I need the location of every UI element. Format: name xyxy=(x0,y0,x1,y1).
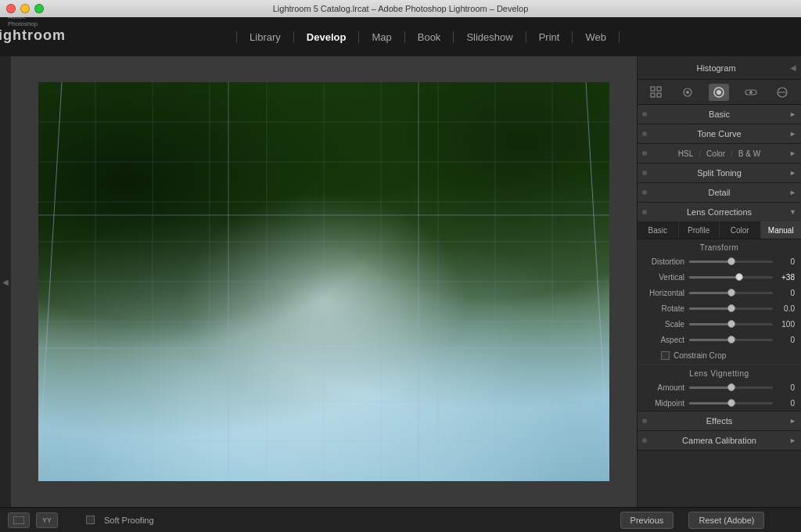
close-button[interactable] xyxy=(6,4,16,13)
grid-tool-icon[interactable] xyxy=(646,84,666,101)
vignette-amount-value: 0 xyxy=(773,383,795,392)
tone-curve-section: Tone Curve ► xyxy=(638,124,801,144)
nav-slideshow[interactable]: Slideshow xyxy=(454,31,526,43)
hsl-tab[interactable]: HSL xyxy=(676,148,695,160)
vignette-midpoint-slider[interactable] xyxy=(689,402,773,404)
zoom-button[interactable]: YY xyxy=(36,512,58,528)
heal-tool-icon[interactable] xyxy=(709,84,729,101)
aspect-thumb[interactable] xyxy=(727,336,735,343)
vignette-amount-label: Amount xyxy=(644,383,689,392)
nav-book[interactable]: Book xyxy=(405,31,454,43)
vignette-midpoint-thumb[interactable] xyxy=(727,399,735,407)
constrain-crop-checkbox[interactable] xyxy=(661,351,670,360)
nav-links: Library Develop Map Book Slideshow Print… xyxy=(55,31,801,43)
nav-map[interactable]: Map xyxy=(359,31,404,43)
distortion-fill xyxy=(689,261,731,263)
distortion-thumb[interactable] xyxy=(727,257,735,265)
histogram-arrow[interactable]: ◀ xyxy=(790,63,796,72)
scale-thumb[interactable] xyxy=(727,320,735,328)
vertical-value: +38 xyxy=(773,273,795,282)
detail-header[interactable]: Detail ► xyxy=(638,183,801,202)
rotate-thumb[interactable] xyxy=(727,304,735,312)
hsl-dot xyxy=(642,151,647,156)
image-area[interactable] xyxy=(11,56,637,507)
nav-develop[interactable]: Develop xyxy=(294,31,360,43)
detail-dot xyxy=(642,190,647,195)
nav-library[interactable]: Library xyxy=(236,31,294,43)
detail-section: Detail ► xyxy=(638,183,801,203)
basic-toggle-dot xyxy=(642,112,647,117)
lens-correction-tabs: Basic Profile Color Manual xyxy=(638,221,801,239)
lens-corrections-section: Lens Corrections ▼ Basic Profile Color M… xyxy=(638,203,801,412)
lens-corrections-header[interactable]: Lens Corrections ▼ xyxy=(638,203,801,221)
basic-header[interactable]: Basic ► xyxy=(638,105,801,124)
effects-header[interactable]: Effects ► xyxy=(638,412,801,430)
lens-tab-color[interactable]: Color xyxy=(720,221,761,239)
split-toning-header[interactable]: Split Toning ► xyxy=(638,164,801,182)
horizontal-slider[interactable] xyxy=(689,292,773,294)
title-bar: Lightroom 5 Catalog.lrcat – Adobe Photos… xyxy=(0,0,801,17)
tone-curve-dot xyxy=(642,131,647,136)
split-toning-section: Split Toning ► xyxy=(638,164,801,183)
graduated-filter-icon[interactable] xyxy=(772,84,792,101)
bottom-left-controls: YY Soft Proofing xyxy=(0,512,610,528)
lens-tab-profile[interactable]: Profile xyxy=(679,221,720,239)
vignette-amount-slider[interactable] xyxy=(689,386,773,389)
reset-button[interactable]: Reset (Adobe) xyxy=(688,512,764,529)
horizontal-row: Horizontal 0 xyxy=(638,285,801,300)
aspect-fill xyxy=(689,339,731,341)
aspect-label: Aspect xyxy=(644,336,689,344)
photo-display xyxy=(38,82,609,481)
rotate-fill xyxy=(689,307,731,310)
vignette-amount-row: Amount 0 xyxy=(638,379,801,395)
vertical-slider[interactable] xyxy=(689,276,773,279)
nav-web[interactable]: Web xyxy=(573,31,620,43)
image-container xyxy=(38,82,609,481)
view-mode-button[interactable] xyxy=(8,512,30,528)
aspect-slider[interactable] xyxy=(689,339,773,341)
lens-vignetting-label: Lens Vignetting xyxy=(638,365,801,379)
tool-icons-row xyxy=(638,80,801,105)
distortion-value: 0 xyxy=(773,257,795,266)
bw-tab[interactable]: B & W xyxy=(736,148,763,160)
right-panel: Histogram ◀ xyxy=(637,56,801,507)
minimize-button[interactable] xyxy=(20,4,30,13)
hsl-arrow: ► xyxy=(789,149,796,157)
hsl-tabs-row: HSL / Color / B & W xyxy=(644,146,795,161)
scale-fill xyxy=(689,323,731,325)
distortion-slider[interactable] xyxy=(689,261,773,263)
horizontal-thumb[interactable] xyxy=(727,289,735,297)
top-navigation: Adobe Photoshop Lightroom 5 Library Deve… xyxy=(0,17,801,56)
lens-tab-basic[interactable]: Basic xyxy=(638,221,679,239)
vignette-amount-thumb[interactable] xyxy=(727,383,735,391)
transform-label: Transform xyxy=(638,239,801,253)
hsl-header[interactable]: HSL / Color / B & W ► xyxy=(638,144,801,163)
scale-slider[interactable] xyxy=(689,323,773,325)
basic-arrow: ► xyxy=(789,110,796,118)
tone-curve-header[interactable]: Tone Curve ► xyxy=(638,124,801,143)
vignette-midpoint-value: 0 xyxy=(773,399,795,408)
vignette-midpoint-row: Midpoint 0 xyxy=(638,395,801,411)
color-tab[interactable]: Color xyxy=(704,148,727,160)
window-controls[interactable] xyxy=(6,4,44,13)
rotate-slider[interactable] xyxy=(689,307,773,310)
lens-corrections-dot xyxy=(642,210,647,214)
crop-tool-icon[interactable] xyxy=(677,84,698,101)
nav-print[interactable]: Print xyxy=(526,31,573,43)
soft-proofing-checkbox[interactable] xyxy=(86,516,95,524)
detail-arrow: ► xyxy=(789,189,796,196)
effects-title: Effects xyxy=(644,416,795,426)
left-panel-toggle[interactable]: ◀ xyxy=(0,56,11,507)
effects-dot xyxy=(642,419,647,423)
vertical-thumb[interactable] xyxy=(735,273,743,281)
tone-curve-title: Tone Curve xyxy=(644,129,795,138)
split-toning-dot xyxy=(642,171,647,175)
maximize-button[interactable] xyxy=(34,4,44,13)
vertical-row: Vertical +38 xyxy=(638,269,801,285)
previous-button[interactable]: Previous xyxy=(620,512,674,529)
basic-section: Basic ► xyxy=(638,105,801,124)
vertical-label: Vertical xyxy=(644,273,689,282)
redeye-tool-icon[interactable] xyxy=(741,84,761,101)
lens-tab-manual[interactable]: Manual xyxy=(761,221,802,239)
camera-calibration-header[interactable]: Camera Calibration ► xyxy=(638,431,801,450)
